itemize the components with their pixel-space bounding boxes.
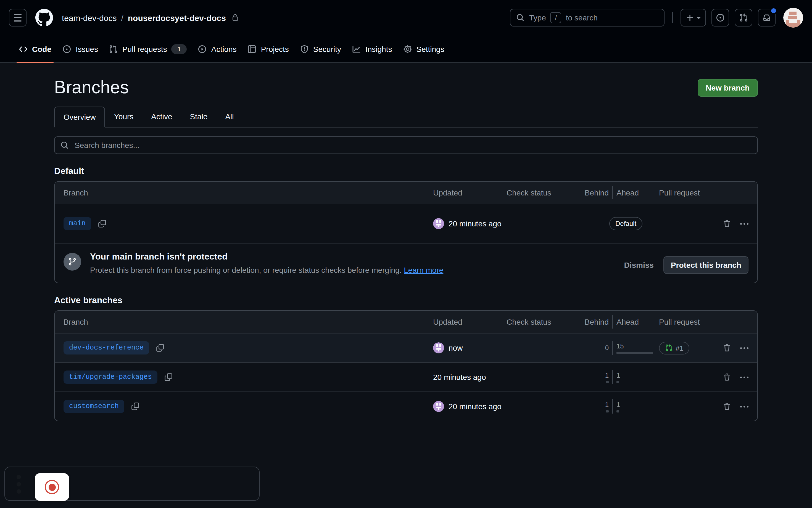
tab-label: Actions	[211, 44, 237, 53]
inbox-icon	[762, 13, 771, 22]
tab-label: Issues	[76, 44, 98, 53]
behind-ahead-divider	[612, 370, 613, 384]
filter-tab-all[interactable]: All	[216, 107, 243, 126]
branch-row-dev-docs-reference[interactable]: dev-docs-reference now 0	[55, 333, 757, 362]
search-icon	[60, 141, 69, 150]
git-pull-request-icon	[665, 344, 673, 352]
tab-projects[interactable]: Projects	[242, 35, 294, 62]
create-new-button[interactable]	[681, 9, 706, 27]
pull-requests-counter: 1	[171, 44, 187, 54]
issue-opened-icon	[63, 44, 71, 53]
updated-time: 20 minutes ago	[449, 219, 501, 228]
ahead-count: 1	[616, 400, 620, 408]
learn-more-link[interactable]: Learn more	[404, 266, 443, 274]
git-pull-request-icon	[109, 44, 118, 53]
col-behind: Behind	[585, 318, 613, 326]
screen-recording-toolbar	[4, 467, 259, 501]
tab-actions[interactable]: Actions	[193, 35, 242, 62]
user-avatar[interactable]	[783, 8, 803, 28]
branch-name-link[interactable]: customsearch	[64, 400, 124, 413]
committer-avatar[interactable]	[433, 342, 444, 353]
ahead-count: 1	[616, 371, 620, 379]
tab-pull-requests[interactable]: Pull requests 1	[104, 35, 193, 62]
row-menu-kebab-icon[interactable]	[740, 406, 748, 407]
search-icon	[516, 13, 525, 22]
copy-branch-name-icon[interactable]	[98, 219, 107, 228]
col-ahead: Ahead	[613, 318, 640, 326]
copy-branch-name-icon[interactable]	[156, 343, 165, 352]
breadcrumb-org-link[interactable]: team-dev-docs	[62, 13, 117, 23]
pull-requests-dashboard-button[interactable]	[735, 9, 752, 27]
col-pull-request: Pull request	[640, 318, 712, 326]
delete-branch-icon[interactable]	[723, 402, 731, 411]
gear-icon	[403, 44, 412, 53]
branch-row-customsearch[interactable]: customsearch 20 minutes ago 1	[55, 391, 757, 421]
filter-tab-stale[interactable]: Stale	[181, 107, 216, 126]
record-button[interactable]	[35, 473, 69, 501]
repo-nav: Code Issues Pull requests 1 Actions Proj…	[0, 35, 812, 63]
copy-branch-name-icon[interactable]	[164, 373, 173, 382]
branch-name-link[interactable]: tim/upgrade-packages	[64, 371, 157, 384]
slash-key-hint: /	[551, 12, 562, 23]
issue-opened-icon	[716, 13, 725, 22]
tab-code[interactable]: Code	[13, 35, 57, 62]
branch-row-main[interactable]: main 20 minutes ago Default	[55, 204, 757, 243]
row-menu-kebab-icon[interactable]	[740, 223, 748, 224]
col-branch: Branch	[64, 188, 433, 197]
branch-row-tim-upgrade-packages[interactable]: tim/upgrade-packages 20 minutes ago 1	[55, 362, 757, 391]
shield-icon	[300, 44, 309, 53]
filter-tab-yours[interactable]: Yours	[105, 107, 143, 126]
git-branch-icon	[64, 253, 81, 270]
issues-dashboard-button[interactable]	[712, 9, 729, 27]
table-header-row: Branch Updated Check status Behind Ahead…	[55, 311, 757, 333]
github-logo-icon[interactable]	[35, 9, 53, 27]
behind-bar	[606, 381, 609, 383]
col-branch: Branch	[64, 318, 433, 326]
github-branches-page: team-dev-docs / nouserdocsyet-dev-docs T…	[0, 0, 812, 508]
tab-issues[interactable]: Issues	[57, 35, 104, 62]
dismiss-button[interactable]: Dismiss	[624, 261, 653, 269]
col-updated: Updated	[433, 318, 506, 326]
hamburger-icon	[14, 14, 22, 22]
global-menu-button[interactable]	[9, 9, 27, 27]
committer-avatar[interactable]	[433, 218, 444, 229]
breadcrumb-repo-link[interactable]: nouserdocsyet-dev-docs	[128, 13, 226, 23]
private-repo-lock-icon	[232, 14, 239, 22]
tab-security[interactable]: Security	[294, 35, 347, 62]
default-section-heading: Default	[54, 166, 758, 176]
behind-count: 1	[605, 400, 609, 408]
default-branch-table: Branch Updated Check status Behind Ahead…	[54, 181, 758, 283]
col-check-status: Check status	[506, 318, 585, 326]
drag-handle-dots-icon[interactable]	[16, 475, 21, 494]
delete-branch-icon[interactable]	[723, 343, 731, 352]
search-branches-input[interactable]	[54, 136, 758, 154]
filter-tab-active[interactable]: Active	[142, 107, 181, 126]
tab-insights[interactable]: Insights	[347, 35, 398, 62]
banner-title: Your main branch isn't protected	[90, 252, 443, 262]
delete-branch-icon[interactable]	[723, 373, 731, 382]
copy-branch-name-icon[interactable]	[131, 402, 140, 411]
row-menu-kebab-icon[interactable]	[740, 347, 748, 349]
delete-branch-icon[interactable]	[723, 219, 731, 228]
banner-description: Protect this branch from force pushing o…	[90, 266, 402, 274]
branch-name-link[interactable]: main	[64, 217, 91, 230]
branch-name-link[interactable]: dev-docs-reference	[64, 341, 149, 354]
protect-branch-button[interactable]: Protect this branch	[664, 256, 748, 274]
tab-settings[interactable]: Settings	[398, 35, 450, 62]
new-branch-button[interactable]: New branch	[697, 79, 758, 96]
code-icon	[19, 44, 28, 53]
global-search-input[interactable]: Type / to search	[510, 9, 664, 27]
behind-ahead-divider	[612, 399, 613, 414]
row-menu-kebab-icon[interactable]	[740, 376, 748, 378]
play-circle-icon	[198, 44, 207, 53]
filter-tab-overview[interactable]: Overview	[54, 107, 105, 128]
pull-request-link[interactable]: #1	[659, 341, 690, 354]
col-updated: Updated	[433, 188, 506, 197]
committer-avatar[interactable]	[433, 401, 444, 412]
active-branches-heading: Active branches	[54, 295, 758, 305]
behind-count: 1	[605, 371, 609, 379]
branch-protection-banner: Your main branch isn't protected Protect…	[55, 243, 757, 283]
chevron-down-icon	[697, 16, 701, 19]
tab-label: Security	[313, 44, 341, 53]
behind-ahead-divider	[612, 315, 613, 329]
